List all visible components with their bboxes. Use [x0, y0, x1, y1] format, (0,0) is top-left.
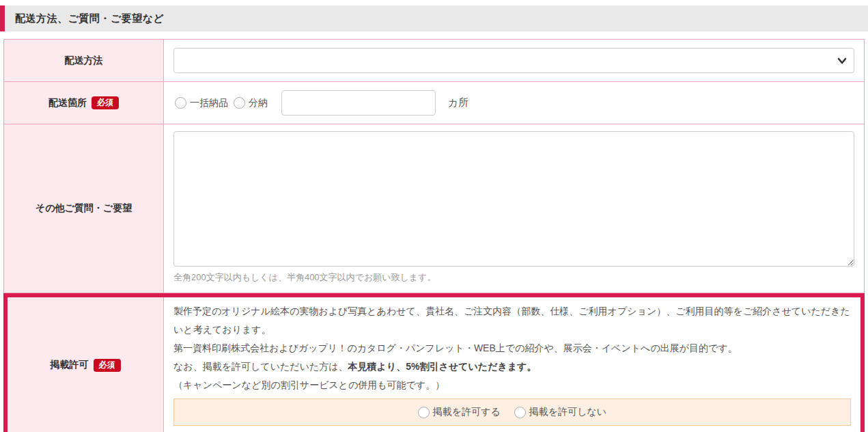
description-line-1: 製作予定のオリジナル絵本の実物および写真とあわせて、貴社名、ご注文内容（部数、仕…: [173, 302, 851, 339]
publication-consent-box: 掲載を許可する 掲載を許可しない: [173, 399, 851, 426]
allow-publication-option[interactable]: 掲載を許可する: [418, 406, 501, 418]
discount-highlight: 本見積より、5%割引させていただきます。: [348, 361, 537, 372]
publication-permission-label-cell: 掲載許可 必須: [8, 297, 164, 432]
delivery-method-value-cell: [164, 40, 864, 81]
allow-publication-label: 掲載を許可する: [433, 406, 501, 418]
deny-publication-label: 掲載を許可しない: [529, 406, 606, 418]
other-requests-hint: 全角200文字以内もしくは、半角400文字以内でお願い致します。: [173, 271, 854, 284]
description-line-2: 第一資料印刷株式会社およびガップリ！のカタログ・パンフレット・WEB上での紹介や…: [173, 339, 851, 357]
deny-publication-option[interactable]: 掲載を許可しない: [514, 406, 606, 418]
locations-unit-suffix: カ所: [448, 96, 468, 109]
header-accent-bar: [0, 5, 5, 31]
allow-publication-radio[interactable]: [418, 407, 430, 418]
description-line-3: なお、掲載を許可していただいた方は、本見積より、5%割引させていただきます。: [173, 357, 851, 376]
row-publication-permission: 掲載許可 必須 製作予定のオリジナル絵本の実物および写真とあわせて、貴社名、ご注…: [3, 293, 865, 432]
row-delivery-locations: 配送箇所 必須 一括納品 分納 カ所: [3, 82, 865, 124]
deny-publication-radio[interactable]: [514, 407, 526, 418]
section-header: 配送方法、ご質問・ご要望など: [0, 5, 868, 31]
required-badge: 必須: [92, 96, 119, 109]
section-title: 配送方法、ご質問・ご要望など: [15, 12, 164, 25]
publication-permission-value-cell: 製作予定のオリジナル絵本の実物および写真とあわせて、貴社名、ご注文内容（部数、仕…: [164, 297, 860, 432]
delivery-method-label-cell: 配送方法: [4, 40, 164, 81]
row-delivery-method: 配送方法: [3, 39, 865, 82]
form-table: 配送方法 配送箇所 必須 一括納品: [3, 39, 865, 432]
delivery-form-section: 配送方法、ご質問・ご要望など 配送方法 配送箇所 必須: [0, 5, 868, 432]
batch-delivery-label: 一括納品: [190, 97, 228, 109]
delivery-locations-label: 配送箇所: [48, 97, 87, 109]
publication-permission-description: 製作予定のオリジナル絵本の実物および写真とあわせて、貴社名、ご注文内容（部数、仕…: [173, 302, 851, 394]
split-delivery-radio[interactable]: [234, 97, 245, 109]
delivery-locations-label-cell: 配送箇所 必須: [4, 82, 164, 124]
delivery-locations-value-cell: 一括納品 分納 カ所: [164, 82, 864, 124]
publication-permission-label: 掲載許可: [51, 359, 89, 371]
description-line-4: （キャンペーンなど別の割引サービスとの併用も可能です。）: [173, 376, 851, 394]
split-delivery-label: 分納: [249, 97, 268, 109]
delivery-method-label: 配送方法: [65, 55, 103, 67]
other-requests-textarea[interactable]: [173, 131, 854, 267]
other-requests-value-cell: 全角200文字以内もしくは、半角400文字以内でお願い致します。: [164, 124, 864, 293]
chevron-down-icon: [837, 55, 847, 68]
other-requests-label-cell: その他ご質問・ご要望: [4, 124, 164, 293]
locations-count-input[interactable]: [281, 90, 436, 116]
row-other-requests: その他ご質問・ご要望 全角200文字以内もしくは、半角400文字以内でお願い致し…: [3, 124, 865, 293]
batch-delivery-option[interactable]: 一括納品: [175, 97, 228, 109]
batch-delivery-radio[interactable]: [175, 97, 186, 109]
required-badge: 必須: [94, 359, 121, 372]
delivery-method-select[interactable]: [173, 48, 854, 73]
split-delivery-option[interactable]: 分納: [234, 97, 268, 109]
other-requests-label: その他ご質問・ご要望: [36, 202, 132, 215]
